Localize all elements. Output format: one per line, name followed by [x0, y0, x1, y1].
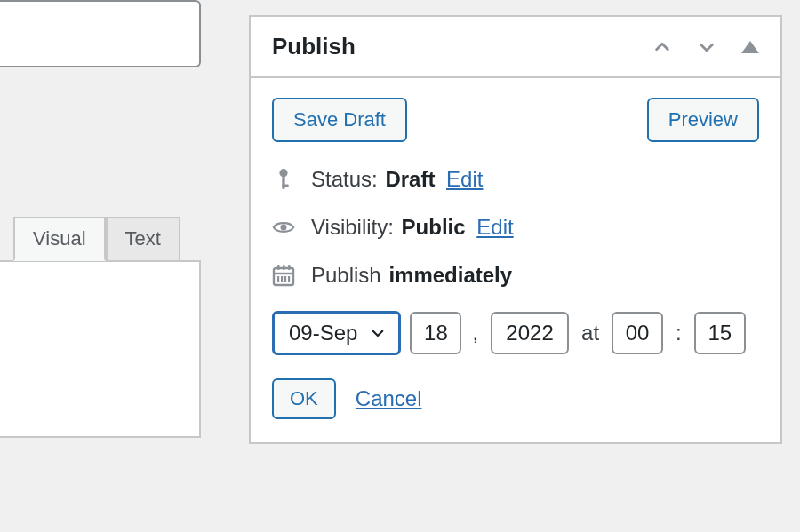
schedule-row: Publish immediately [272, 263, 759, 288]
ok-label: OK [290, 387, 318, 409]
publish-panel: Publish Save Draft Preview [249, 15, 782, 444]
month-select-value: 09-Sep [289, 321, 357, 345]
tab-visual[interactable]: Visual [13, 217, 106, 261]
at-label: at [578, 321, 603, 345]
eye-icon [272, 218, 295, 236]
schedule-label: Publish [311, 263, 381, 287]
day-input[interactable] [410, 312, 461, 354]
publish-panel-body: Save Draft Preview Status: Draft Edit Vi [251, 78, 780, 442]
chevron-down-icon [370, 325, 386, 341]
svg-rect-6 [277, 265, 280, 270]
preview-button[interactable]: Preview [647, 98, 759, 142]
status-row: Status: Draft Edit [272, 167, 759, 192]
visibility-label: Visibility: [311, 215, 394, 239]
svg-rect-4 [274, 268, 293, 285]
svg-rect-2 [282, 185, 288, 187]
post-title-input[interactable] [0, 0, 201, 67]
editor-tabs: Visual Text [13, 217, 180, 261]
visibility-value: Public [402, 215, 466, 239]
svg-rect-8 [288, 265, 291, 270]
move-up-icon[interactable] [652, 37, 672, 57]
save-draft-button[interactable]: Save Draft [272, 98, 407, 142]
schedule-value: immediately [388, 263, 512, 287]
tab-text-label: Text [125, 227, 161, 250]
tab-visual-label: Visual [33, 227, 86, 250]
svg-point-3 [280, 224, 286, 230]
year-input[interactable] [491, 312, 569, 354]
collapse-panel-icon[interactable] [741, 41, 759, 53]
svg-rect-11 [284, 276, 286, 282]
hour-input[interactable] [612, 312, 663, 354]
status-value: Draft [385, 167, 435, 191]
svg-rect-7 [283, 265, 285, 270]
publish-top-buttons: Save Draft Preview [272, 98, 759, 142]
editor-pane[interactable] [0, 260, 201, 438]
svg-rect-1 [282, 176, 284, 189]
save-draft-label: Save Draft [293, 108, 386, 131]
publish-panel-header: Publish [251, 17, 780, 78]
schedule-date-row: 09-Sep , at : [272, 311, 759, 355]
key-icon [272, 167, 295, 192]
panel-toggle-group [652, 37, 759, 57]
cancel-link[interactable]: Cancel [356, 386, 422, 411]
publish-panel-title: Publish [272, 33, 356, 60]
time-colon: : [672, 321, 685, 345]
visibility-edit-link[interactable]: Edit [476, 215, 513, 239]
svg-rect-10 [281, 276, 283, 282]
minute-input[interactable] [694, 312, 746, 354]
svg-point-0 [279, 169, 287, 177]
comma-separator: , [470, 321, 482, 345]
schedule-confirm-row: OK Cancel [272, 378, 759, 419]
editor-column: Visual Text [0, 0, 231, 532]
calendar-icon [272, 264, 295, 287]
svg-rect-12 [288, 276, 290, 282]
preview-label: Preview [668, 108, 738, 131]
month-select[interactable]: 09-Sep [272, 311, 401, 355]
svg-rect-9 [277, 276, 279, 282]
ok-button[interactable]: OK [272, 378, 336, 419]
tab-text[interactable]: Text [106, 217, 180, 261]
status-edit-link[interactable]: Edit [446, 167, 483, 191]
visibility-row: Visibility: Public Edit [272, 215, 759, 240]
status-label: Status: [311, 167, 378, 191]
move-down-icon[interactable] [697, 37, 716, 57]
